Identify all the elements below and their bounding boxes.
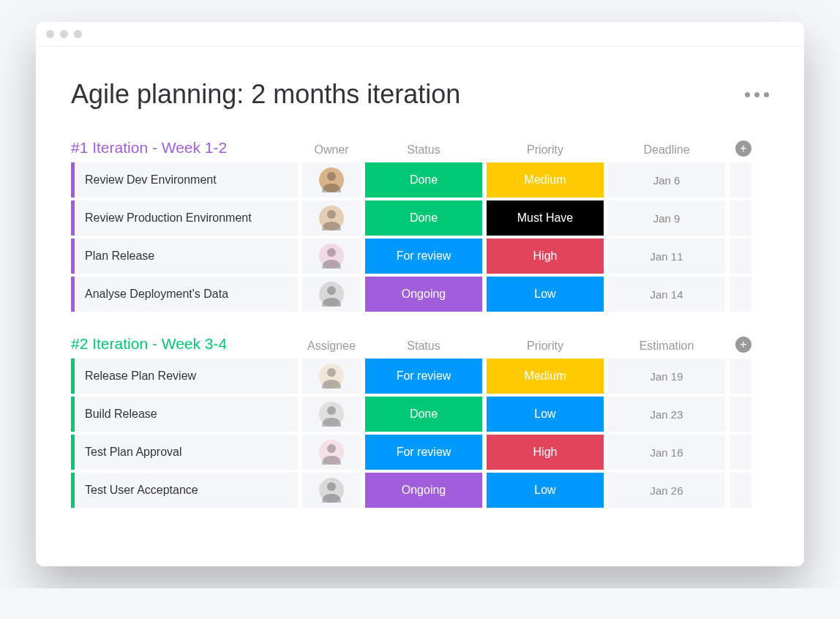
status-cell[interactable]: Done	[365, 162, 482, 198]
task-name-cell[interactable]: Test User Acceptance	[71, 473, 298, 508]
owner-cell[interactable]	[302, 435, 361, 470]
svg-point-6	[327, 444, 336, 453]
dots-icon	[745, 92, 750, 97]
column-header[interactable]: Deadline	[608, 143, 725, 157]
date-cell[interactable]: Jan 23	[608, 397, 725, 432]
task-name-cell[interactable]: Release Plan Review	[71, 359, 298, 394]
date-cell[interactable]: Jan 19	[608, 359, 725, 394]
avatar[interactable]	[319, 244, 344, 269]
group-title[interactable]: #1 Iteration - Week 1-2	[71, 139, 298, 157]
priority-cell[interactable]: Low	[487, 397, 604, 432]
task-name-cell[interactable]: Review Dev Environment	[71, 162, 298, 198]
task-row: Analyse Deployment's DataOngoingLowJan 1…	[71, 277, 769, 312]
status-cell[interactable]: For review	[365, 435, 482, 470]
column-header[interactable]: Priority	[487, 143, 604, 157]
task-row: Release Plan ReviewFor reviewMediumJan 1…	[71, 359, 769, 394]
priority-cell[interactable]: Low	[487, 473, 604, 508]
priority-cell[interactable]: Medium	[487, 162, 604, 198]
status-cell[interactable]: Ongoing	[365, 473, 482, 508]
dots-icon	[764, 92, 769, 97]
date-cell[interactable]: Jan 9	[608, 200, 725, 236]
avatar[interactable]	[319, 440, 344, 465]
group-header-row: #1 Iteration - Week 1-2OwnerStatusPriori…	[71, 139, 769, 162]
task-name-cell[interactable]: Build Release	[71, 397, 298, 432]
row-end-cell	[730, 397, 751, 432]
svg-point-4	[327, 368, 336, 377]
page-title: Agile planning: 2 months iteration	[71, 79, 460, 110]
priority-cell[interactable]: Low	[487, 277, 604, 312]
row-end-cell	[730, 277, 751, 312]
plus-icon: +	[740, 143, 746, 154]
owner-cell[interactable]	[302, 162, 361, 198]
add-column-button[interactable]: +	[735, 337, 751, 353]
avatar[interactable]	[319, 364, 344, 389]
svg-point-1	[327, 210, 336, 219]
priority-cell[interactable]: Must Have	[487, 200, 604, 236]
row-end-cell	[730, 239, 751, 274]
date-cell[interactable]: Jan 14	[608, 277, 725, 312]
row-end-cell	[730, 162, 751, 198]
column-header[interactable]: Priority	[487, 339, 604, 353]
owner-cell[interactable]	[302, 397, 361, 432]
window-titlebar	[36, 22, 804, 47]
owner-cell[interactable]	[302, 359, 361, 394]
task-name-cell[interactable]: Test Plan Approval	[71, 435, 298, 470]
row-end-cell	[730, 473, 751, 508]
window-close-icon[interactable]	[46, 30, 54, 38]
column-header[interactable]: Estimation	[608, 339, 725, 353]
task-group: #1 Iteration - Week 1-2OwnerStatusPriori…	[71, 139, 769, 312]
row-end-cell	[730, 435, 751, 470]
status-cell[interactable]: Done	[365, 200, 482, 236]
column-header[interactable]: Status	[365, 143, 482, 157]
svg-point-2	[327, 248, 336, 257]
task-row: Test User AcceptanceOngoingLowJan 26	[71, 473, 769, 508]
column-header[interactable]: Owner	[302, 143, 361, 157]
board-menu-button[interactable]	[745, 92, 769, 97]
board-header: Agile planning: 2 months iteration	[71, 79, 769, 110]
task-name-cell[interactable]: Plan Release	[71, 239, 298, 274]
svg-point-3	[327, 286, 336, 295]
dots-icon	[754, 92, 760, 97]
priority-cell[interactable]: High	[487, 239, 604, 274]
task-group: #2 Iteration - Week 3-4AssigneeStatusPri…	[71, 335, 769, 508]
avatar[interactable]	[319, 402, 344, 427]
svg-point-5	[327, 406, 336, 415]
owner-cell[interactable]	[302, 277, 361, 312]
board-content: Agile planning: 2 months iteration #1 It…	[36, 47, 804, 566]
owner-cell[interactable]	[302, 200, 361, 236]
window-maximize-icon[interactable]	[74, 30, 82, 38]
status-cell[interactable]: Done	[365, 397, 482, 432]
avatar[interactable]	[319, 168, 344, 192]
status-cell[interactable]: For review	[365, 239, 482, 274]
task-row: Test Plan ApprovalFor reviewHighJan 16	[71, 435, 769, 470]
column-header[interactable]: Status	[365, 339, 482, 353]
task-row: Review Dev EnvironmentDoneMediumJan 6	[71, 162, 769, 198]
status-cell[interactable]: For review	[365, 359, 482, 394]
avatar[interactable]	[319, 282, 344, 307]
group-header-row: #2 Iteration - Week 3-4AssigneeStatusPri…	[71, 335, 769, 359]
avatar[interactable]	[319, 478, 344, 503]
group-title[interactable]: #2 Iteration - Week 3-4	[71, 335, 298, 353]
date-cell[interactable]: Jan 16	[608, 435, 725, 470]
row-end-cell	[730, 359, 751, 394]
avatar[interactable]	[319, 206, 344, 230]
app-window: Agile planning: 2 months iteration #1 It…	[36, 22, 804, 566]
priority-cell[interactable]: High	[487, 435, 604, 470]
date-cell[interactable]: Jan 11	[608, 239, 725, 274]
task-name-cell[interactable]: Analyse Deployment's Data	[71, 277, 298, 312]
column-header[interactable]: Assignee	[302, 339, 361, 353]
plus-icon: +	[740, 339, 746, 350]
task-row: Build ReleaseDoneLowJan 23	[71, 397, 769, 432]
priority-cell[interactable]: Medium	[487, 359, 604, 394]
add-column-button[interactable]: +	[735, 140, 751, 157]
owner-cell[interactable]	[302, 239, 361, 274]
window-minimize-icon[interactable]	[60, 30, 68, 38]
task-name-cell[interactable]: Review Production Environment	[71, 200, 298, 236]
status-cell[interactable]: Ongoing	[365, 277, 482, 312]
date-cell[interactable]: Jan 6	[608, 162, 725, 198]
svg-point-7	[327, 482, 336, 491]
task-row: Plan ReleaseFor reviewHighJan 11	[71, 239, 769, 274]
owner-cell[interactable]	[302, 473, 361, 508]
task-row: Review Production EnvironmentDoneMust Ha…	[71, 200, 769, 236]
date-cell[interactable]: Jan 26	[608, 473, 725, 508]
